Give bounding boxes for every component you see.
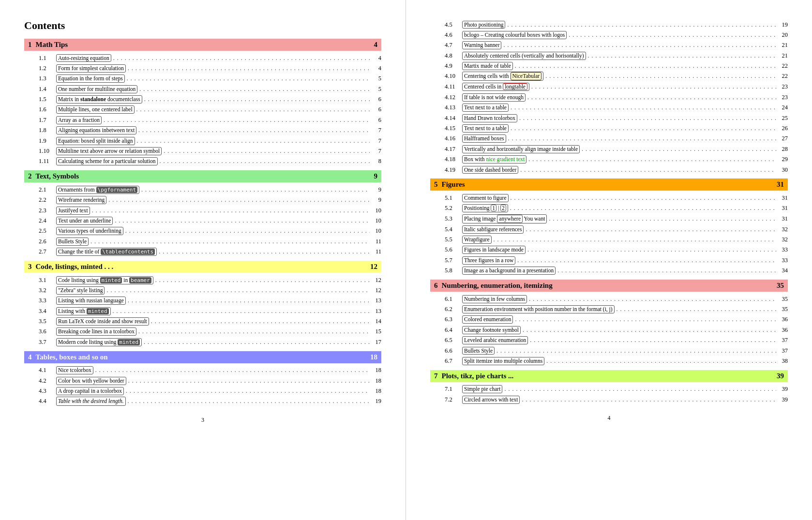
toc-item-6-6: 6.6 Bullets Style 37 (430, 345, 788, 356)
section-6-label: Numbering, enumeration, itemizing (442, 282, 553, 290)
tag-7-2: Circled arrows with text (462, 396, 520, 404)
tag-4-3: A drop capital in a tcolorbox (56, 387, 124, 395)
tag-3-2: "Zebra" style listing (56, 286, 105, 295)
tag-5-1: Comment to figure (462, 194, 509, 202)
section-1-header: 1 Math Tips 4 (24, 39, 381, 51)
section-2-num: 2 (28, 172, 32, 180)
tag-1-10: Multiline text above arrow or relation s… (56, 147, 162, 155)
section-1-page: 4 (374, 41, 378, 49)
tag-4-7: Warning banner (462, 41, 501, 49)
section-7-page: 39 (777, 372, 784, 380)
toc-item-1-10: 1.10 Multiline text above arrow or relat… (24, 146, 381, 156)
nicetabular-tag: NiceTabular (511, 72, 542, 80)
tag-1-8: Aligning equations inbetween text (56, 126, 136, 134)
section-1-label: Math Tips (36, 41, 68, 49)
toc-item-4-10: 4.10 Centering cells with NiceTabular 22 (430, 71, 788, 82)
tag-5-6: Figures in landscape mode (462, 246, 526, 254)
toc-item-3-1: 3.1 Code listing using minted in beamer … (24, 275, 381, 285)
right-page: 4.5 Photo positioning 19 4.6 bclogo – Cr… (406, 0, 812, 520)
tag-1-11: Calculating scheme for a particular solu… (56, 157, 158, 165)
toc-item-5-7: 5.7 Three figures in a row 33 (430, 255, 788, 265)
tag-4-19: One side dashed border (462, 166, 518, 174)
toc-item-2-4: 2.4 Text under an underline 10 (24, 215, 381, 225)
tag-2-3: Justifyed text (56, 207, 90, 215)
toc-item-4-17: 4.17 Vertically and horizontally align i… (430, 144, 788, 154)
toc-item-1-8: 1.8 Aligning equations inbetween text 7 (24, 125, 381, 135)
tag-6-1: Numbering in few columns (462, 295, 527, 303)
tag-6-2: Enumeration environment with position nu… (462, 305, 615, 313)
tag-4-8: Absolutely centered cells (vertically an… (462, 52, 586, 60)
tag-5-5: Wrapfigure (462, 236, 492, 244)
toc-item-4-5: 4.5 Photo positioning 19 (430, 19, 788, 30)
toc-item-4-15: 4.15 Text next to a table 26 (430, 123, 788, 133)
tag-1-9: Equation: boxed split inside align (56, 137, 135, 145)
toc-item-6-4: 6.4 Change footnote symbol 36 (430, 325, 788, 335)
section-1-num: 1 (28, 41, 32, 49)
toc-item-4-7: 4.7 Warning banner 21 (430, 40, 788, 50)
tag-6-4: Change footnote symbol (462, 326, 521, 334)
toc-item-4-1: 4.1 Nice tcolorbox 18 (24, 365, 381, 375)
toc-item-1-7: 1.7 Array as a fraction 6 (24, 115, 381, 125)
section-5-page: 31 (777, 180, 784, 189)
toc-item-2-1: 2.1 Ornaments from \pgfornament 9 (24, 184, 381, 194)
left-page-number: 3 (24, 416, 381, 424)
section-2-page: 9 (374, 172, 378, 180)
section-5-num: 5 (434, 180, 438, 189)
toc-item-4-9: 4.9 Martix made of table 22 (430, 61, 788, 71)
toc-item-4-13: 4.13 Text next to a table 24 (430, 103, 788, 113)
toc-item-1-5: 1.5 Matrix in standalone documentclass 6 (24, 94, 381, 104)
toc-item-3-4: 3.4 Listing with minted 13 (24, 306, 381, 316)
toc-item-3-6: 3.6 Breaking code lines in a tcolorbox 1… (24, 327, 381, 337)
tag-5-2: Positioning 1 | 2 (462, 204, 508, 212)
toc-item-4-16: 4.16 Halfframed boxes 27 (430, 134, 788, 144)
tag-2-6: Bullets Style (56, 238, 89, 246)
toc-item-4-11: 4.11 Centered cells in longtable 23 (430, 82, 788, 92)
toc-item-7-2: 7.2 Circled arrows with text 39 (430, 394, 788, 404)
toc-item-6-5: 6.5 Leveled arabic enumeration 37 (430, 335, 788, 345)
tag-4-11: Centered cells in longtable (462, 83, 529, 91)
toc-item-6-7: 6.7 Split itemize into multiple columns … (430, 356, 788, 366)
tag-2-7: Change the title of \tableofcontents (56, 248, 157, 256)
toc-item-3-3: 3.3 Listing with russian language 13 (24, 296, 381, 306)
section-6-num: 6 (434, 282, 438, 290)
tag-4-10: Centering cells with NiceTabular (462, 72, 543, 81)
tag-4-1: Nice tcolorbox (56, 366, 93, 374)
toc-item-1-1: 1.1 Auto-resizing equation 4 (24, 53, 381, 63)
tag-3-7: Modern code listing using minted (56, 338, 142, 346)
section-5-label: Figures (442, 180, 465, 189)
tag-1-2: Form for simplest calculation (56, 64, 126, 73)
toc-item-4-18: 4.18 Box with nice gradient text 29 (430, 154, 788, 164)
section-3-header: 3 Code, listings, minted . . . 12 (24, 261, 381, 273)
tag-3-4: Listing with minted (56, 307, 111, 315)
toc-item-3-2: 3.2 "Zebra" style listing 12 (24, 285, 381, 295)
tag-5-3: Placing image anywhere You want (462, 214, 547, 223)
section-7-header: 7 Plots, tikz, pie charts ... 39 (430, 370, 788, 382)
section-5-header: 5 Figures 31 (430, 178, 788, 191)
tag-6-3: Colored enumeration (462, 315, 513, 324)
section-4-page: 18 (370, 353, 377, 361)
toc-item-2-2: 2.2 Wireframe rendering 9 (24, 195, 381, 205)
section-4-header: 4 Tables, boxes and so on 18 (24, 351, 381, 363)
tag-1-3: Equation in the form of steps (56, 74, 125, 83)
toc-item-1-9: 1.9 Equation: boxed split inside align 7 (24, 135, 381, 146)
toc-item-4-19: 4.19 One side dashed border 30 (430, 164, 788, 175)
toc-item-1-4: 1.4 One number for multiline equation 5 (24, 84, 381, 94)
toc-item-4-2: 4.2 Color box with yellow border 18 (24, 375, 381, 386)
tag-3-5: Run LaTeX code inside and show result (56, 317, 149, 326)
toc-item-4-3: 4.3 A drop capital in a tcolorbox 18 (24, 386, 381, 396)
tag-7-1: Simple pie chart (462, 385, 502, 393)
tag-4-12: If table is not wide enough (462, 93, 526, 102)
section-4-num: 4 (28, 353, 32, 361)
toc-item-7-1: 7.1 Simple pie chart 39 (430, 384, 788, 394)
tag-4-9: Martix made of table (462, 62, 513, 70)
tag-1-6: Multiple lines, one centered label (56, 105, 135, 114)
section-7-label: Plots, tikz, pie charts ... (442, 372, 514, 380)
tag-4-15: Text next to a table (462, 124, 509, 133)
toc-item-2-7: 2.7 Change the title of \tableofcontents… (24, 247, 381, 257)
gradient-text: nice gradient text (486, 156, 525, 162)
toc-item-5-3: 5.3 Placing image anywhere You want 31 (430, 213, 788, 224)
tag-1-1: Auto-resizing equation (56, 54, 111, 62)
section-3-num: 3 (28, 263, 32, 271)
toc-item-2-3: 2.3 Justifyed text 10 (24, 205, 381, 215)
tag-2-1: Ornaments from \pgfornament (56, 186, 139, 194)
